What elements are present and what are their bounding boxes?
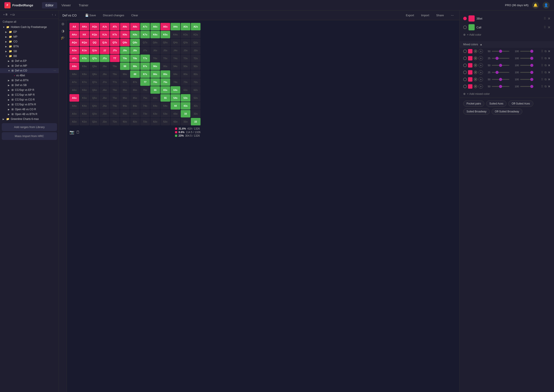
- mini-swatch-5-1[interactable]: [468, 84, 472, 89]
- save-button[interactable]: 💾 Save: [83, 13, 98, 18]
- delete-mixed-1[interactable]: ✕: [548, 56, 550, 60]
- sidebar-item-ccsqz-mp[interactable]: ▶ ⊞ CC/Sqz vs MP R: [0, 92, 59, 97]
- poker-cell-32o[interactable]: 32o: [181, 118, 190, 125]
- mini-swatch-3-1[interactable]: [468, 70, 472, 75]
- poker-cell-j5s[interactable]: J5s: [160, 47, 170, 54]
- add-library-button[interactable]: Add ranges from Library: [2, 123, 57, 131]
- drag-mixed-3[interactable]: ⠿: [541, 71, 543, 74]
- radio-mixed-0[interactable]: [463, 49, 467, 53]
- drag-mixed-5[interactable]: ⠿: [541, 85, 543, 88]
- poker-cell-84s[interactable]: 84s: [171, 70, 180, 78]
- delete-mixed-0[interactable]: ✕: [548, 49, 550, 53]
- poker-cell-99[interactable]: 99: [120, 63, 130, 70]
- poker-cell-ajo[interactable]: AJo: [69, 47, 79, 54]
- poker-cell-j7o[interactable]: J7o: [100, 78, 110, 86]
- slider-input-4-1[interactable]: [492, 79, 509, 80]
- poker-cell-75o[interactable]: 75o: [140, 94, 150, 102]
- move-up-button[interactable]: ↑: [52, 13, 53, 16]
- poker-cell-j2o[interactable]: J2o: [100, 118, 110, 125]
- poker-cell-74o[interactable]: 74o: [140, 102, 150, 110]
- poker-cell-k8o[interactable]: K8o: [80, 70, 89, 78]
- slider-input-3-1[interactable]: [492, 72, 509, 73]
- settings-icon[interactable]: ⚙: [61, 22, 64, 26]
- tab-editor[interactable]: Editor: [42, 2, 57, 8]
- poker-cell-kqs[interactable]: KQs: [90, 31, 99, 38]
- poker-cell-q6o[interactable]: Q6o: [90, 86, 99, 94]
- poker-cell-kto[interactable]: KTo: [80, 55, 89, 62]
- poker-cell-22[interactable]: 22: [191, 118, 201, 125]
- poker-cell-95s[interactable]: 95s: [160, 63, 170, 70]
- poker-cell-j4s[interactable]: J4s: [171, 47, 180, 54]
- sidebar-item-ccsqz-ep[interactable]: ▶ ⊞ CC/Sqz vs EP R: [0, 88, 59, 92]
- share-button[interactable]: Share: [434, 13, 446, 18]
- poker-cell-87s[interactable]: 87s: [140, 70, 150, 78]
- poker-cell-85s[interactable]: 85s: [160, 70, 170, 78]
- poker-cell-k5o[interactable]: K5o: [80, 94, 89, 102]
- qs-pocket-pairs[interactable]: Pocket pairs: [463, 100, 484, 107]
- add-folder-button[interactable]: ＋🗂: [10, 13, 15, 16]
- slider-input-4-2[interactable]: [520, 79, 533, 80]
- poker-cell-a4o[interactable]: A4o: [69, 102, 79, 110]
- poker-cell-t7o[interactable]: T7o: [110, 78, 120, 86]
- add-swatch-1[interactable]: +: [478, 56, 483, 61]
- radio-mixed-1[interactable]: [463, 56, 467, 60]
- poker-cell-96s[interactable]: 96s: [150, 63, 160, 70]
- poker-cell-k8s[interactable]: K8s: [130, 31, 140, 38]
- poker-cell-a6s[interactable]: A6s: [150, 23, 160, 30]
- poker-cell-93o[interactable]: 93o: [120, 110, 130, 118]
- poker-cell-t3o[interactable]: T3o: [110, 110, 120, 118]
- sidebar-item-ep[interactable]: ▶ 📁 EP: [0, 29, 59, 34]
- delete-mixed-2[interactable]: ✕: [548, 63, 550, 67]
- poker-cell-a2o[interactable]: A2o: [69, 118, 79, 125]
- poker-cell-a7s[interactable]: A7s: [140, 23, 150, 30]
- radio-3bet[interactable]: [463, 17, 467, 20]
- sidebar-item-open4b-btn[interactable]: ▶ ⊞ Open 4B vs BTN R: [0, 112, 59, 117]
- poker-cell-63o[interactable]: 63o: [150, 110, 160, 118]
- slider-input-0-1[interactable]: [492, 51, 509, 52]
- delete-mixed-3[interactable]: ✕: [548, 71, 550, 74]
- poker-cell-k4s[interactable]: K4s: [171, 31, 180, 38]
- poker-cell-t4s[interactable]: T4s: [171, 55, 180, 62]
- poker-cell-62s[interactable]: 62s: [191, 86, 201, 94]
- poker-cell-jj[interactable]: JJ: [100, 47, 110, 54]
- poker-cell-aks[interactable]: AKs: [80, 23, 89, 30]
- add-color-button[interactable]: ⊕ + Add color: [463, 32, 550, 38]
- remove-color-4[interactable]: ✕: [474, 78, 477, 81]
- radio-mixed-3[interactable]: [463, 71, 467, 74]
- poker-cell-j2s[interactable]: J2s: [191, 47, 201, 54]
- sidebar-item-mp[interactable]: ▶ 📁 MP: [0, 34, 59, 39]
- poker-cell-t8o[interactable]: T8o: [110, 70, 120, 78]
- poker-cell-65s[interactable]: 65s: [160, 86, 170, 94]
- poker-cell-kts[interactable]: KTs: [110, 31, 120, 38]
- poker-cell-q4s[interactable]: Q4s: [171, 39, 180, 46]
- mini-swatch-2-1[interactable]: [468, 63, 472, 68]
- poker-cell-qjs[interactable]: QJs: [100, 39, 110, 46]
- poker-cell-93s[interactable]: 93s: [181, 63, 190, 70]
- note-icon[interactable]: 🗒: [76, 130, 80, 135]
- poker-cell-33[interactable]: 33: [181, 110, 190, 118]
- slider-input-5-1[interactable]: [492, 86, 509, 87]
- poker-cell-t2o[interactable]: T2o: [110, 118, 120, 125]
- poker-cell-42s[interactable]: 42s: [191, 102, 201, 110]
- poker-cell-j6o[interactable]: J6o: [100, 86, 110, 94]
- sidebar-item-open4b-co[interactable]: ▶ ⊞ Open 4B vs CO R: [0, 107, 59, 112]
- poker-cell-aqs[interactable]: AQs: [90, 23, 99, 30]
- slider-input-1-1[interactable]: [492, 58, 509, 59]
- poker-cell-qjo[interactable]: QJo: [90, 47, 99, 54]
- sidebar-item-def-ep[interactable]: ▶ ⊞ Def vs EP: [0, 58, 59, 63]
- poker-cell-q5s[interactable]: Q5s: [160, 39, 170, 46]
- sidebar-item-holdem[interactable]: ▼ 📁 Holdem Cash by Freebetrange: [0, 25, 59, 29]
- delete-mixed-5[interactable]: ✕: [548, 85, 550, 88]
- slider-input-5-2[interactable]: [520, 86, 533, 87]
- user-icon[interactable]: 👤: [543, 2, 550, 9]
- add-swatch-5[interactable]: +: [478, 84, 483, 89]
- poker-cell-k5s[interactable]: K5s: [160, 31, 170, 38]
- poker-cell-j3s[interactable]: J3s: [181, 47, 190, 54]
- poker-cell-44[interactable]: 44: [171, 102, 180, 110]
- poker-cell-k3s[interactable]: K3s: [181, 31, 190, 38]
- sidebar-item-bb[interactable]: ▼ 📁 BB: [0, 54, 59, 58]
- poker-cell-tt[interactable]: TT: [110, 55, 120, 62]
- poker-cell-63s[interactable]: 63s: [181, 86, 190, 94]
- poker-cell-q2s[interactable]: Q2s: [191, 39, 201, 46]
- poker-cell-j8o[interactable]: J8o: [100, 70, 110, 78]
